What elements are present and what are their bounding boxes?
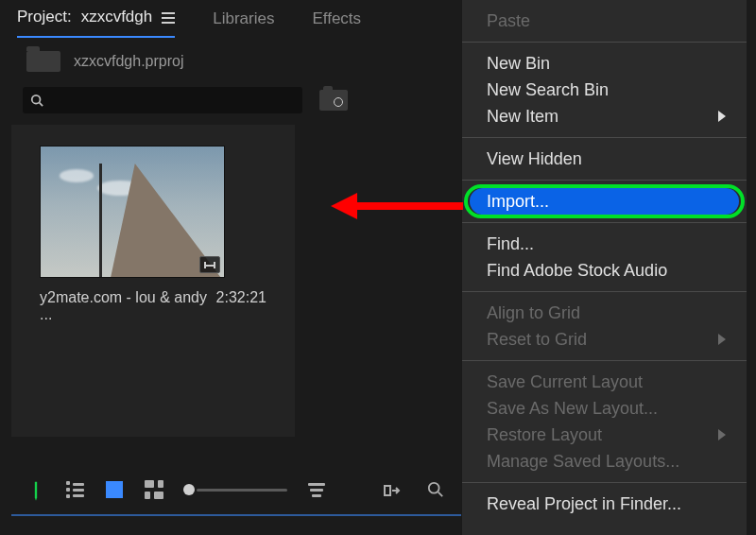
menu-reveal-finder[interactable]: Reveal Project in Finder... — [462, 491, 747, 517]
menu-view-hidden[interactable]: View Hidden — [462, 146, 747, 172]
submenu-arrow-icon — [718, 429, 726, 440]
automate-button[interactable] — [382, 479, 403, 500]
pen-tool-icon[interactable] — [23, 476, 49, 503]
annotation-highlight: Import... — [462, 188, 747, 215]
menu-new-item[interactable]: New Item — [462, 103, 747, 129]
tab-effects[interactable]: Effects — [312, 0, 361, 38]
folder-icon — [26, 51, 60, 72]
search-icon — [30, 94, 43, 107]
list-view-button[interactable] — [64, 479, 85, 500]
svg-marker-6 — [331, 193, 357, 219]
project-file-name: xzxcvfdgh.prproj — [74, 53, 184, 70]
svg-point-3 — [429, 483, 439, 493]
sort-button[interactable] — [306, 479, 327, 500]
new-bin-button[interactable] — [319, 90, 348, 111]
annotation-arrow — [331, 187, 467, 225]
project-toolbar — [11, 471, 461, 509]
menu-reset-grid: Reset to Grid — [462, 326, 747, 353]
context-menu: Paste New Bin New Search Bin New Item Vi… — [461, 0, 747, 535]
panel-menu-icon[interactable] — [162, 10, 175, 24]
tab-project-name: xzxcvfdgh — [81, 8, 153, 26]
icon-view-button[interactable] — [104, 479, 125, 500]
tab-libraries[interactable]: Libraries — [213, 0, 274, 38]
search-box[interactable] — [23, 87, 302, 113]
menu-find-stock[interactable]: Find Adobe Stock Audio — [462, 257, 747, 284]
menu-find[interactable]: Find... — [462, 231, 747, 257]
toolbar-divider — [11, 514, 461, 516]
svg-rect-2 — [385, 486, 390, 495]
menu-restore-layout: Restore Layout — [462, 422, 747, 448]
menu-new-bin[interactable]: New Bin — [462, 50, 747, 77]
svg-line-1 — [40, 103, 43, 107]
svg-point-0 — [32, 95, 41, 104]
menu-manage-layouts: Manage Saved Layouts... — [462, 448, 747, 475]
clip-thumbnail[interactable] — [40, 146, 225, 278]
thumbnail-size-slider[interactable] — [183, 480, 287, 499]
submenu-arrow-icon — [718, 334, 726, 345]
submenu-arrow-icon — [718, 111, 726, 122]
search-input[interactable] — [43, 93, 295, 108]
menu-new-search-bin[interactable]: New Search Bin — [462, 77, 747, 103]
find-button[interactable] — [425, 479, 446, 500]
tab-project-prefix: Project: — [17, 8, 72, 26]
menu-save-as-layout: Save As New Layout... — [462, 395, 747, 422]
clip-label-row: y2mate.com - lou & andy ... 2:32:21 — [36, 278, 270, 323]
freeform-view-button[interactable] — [144, 479, 164, 500]
clip-type-badge-icon — [199, 256, 220, 273]
menu-align-grid: Align to Grid — [462, 300, 747, 326]
clip-name: y2mate.com - lou & andy ... — [40, 289, 216, 323]
tab-project[interactable]: Project: xzxcvfdgh — [17, 0, 175, 38]
project-bin-panel[interactable]: y2mate.com - lou & andy ... 2:32:21 — [11, 125, 295, 437]
svg-line-4 — [438, 492, 443, 497]
clip-duration: 2:32:21 — [216, 289, 266, 323]
clip-item[interactable]: y2mate.com - lou & andy ... 2:32:21 — [36, 146, 270, 323]
menu-save-layout: Save Current Layout — [462, 369, 747, 395]
menu-paste: Paste — [462, 8, 747, 34]
menu-import[interactable]: Import... — [470, 188, 739, 215]
